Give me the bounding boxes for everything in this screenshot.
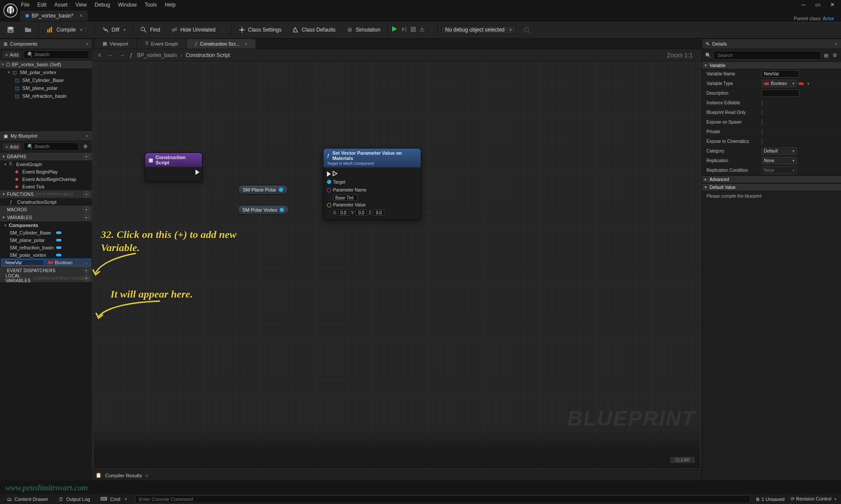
tab-eventgraph[interactable]: ⠿Event Graph <box>137 39 186 49</box>
minimize-icon[interactable]: ─ <box>802 1 806 8</box>
expose-spawn-checkbox[interactable] <box>762 119 763 125</box>
output-log-button[interactable]: 🗒Output Log <box>56 496 92 503</box>
private-checkbox[interactable] <box>762 129 763 135</box>
menu-asset[interactable]: Asset <box>54 2 67 8</box>
clear-button[interactable]: CLEAR <box>670 456 696 464</box>
param-x-input[interactable] <box>338 209 349 216</box>
instance-editable-checkbox[interactable] <box>762 100 763 106</box>
save-button[interactable] <box>4 25 18 35</box>
maximize-icon[interactable]: ▭ <box>815 1 820 8</box>
details-search-input[interactable] <box>713 51 821 60</box>
localvariables-add-icon[interactable]: + <box>83 275 89 281</box>
output-pin-icon[interactable] <box>279 188 283 192</box>
exec-output-pin[interactable] <box>333 171 338 177</box>
variable-type-select[interactable]: Boolean▾ <box>762 80 797 87</box>
type-container-chevron-icon[interactable]: ▾ <box>807 82 809 86</box>
variable-row[interactable]: SM_Cylinder_Base <box>0 229 92 236</box>
constructionscript-row[interactable]: ƒ ConstructionScript <box>0 198 92 206</box>
myblueprint-panel-tab[interactable]: ▣ My Blueprint × <box>0 131 92 141</box>
components-search-input[interactable]: 🔍 Search <box>24 50 89 59</box>
replication-select[interactable]: None▾ <box>762 157 797 164</box>
variable-type-chevron-icon[interactable]: ⌄ <box>85 260 88 265</box>
macros-add-icon[interactable]: + <box>83 206 89 213</box>
event-row[interactable]: ◆ Event Tick <box>0 183 92 190</box>
tree-row[interactable]: ◫ SM_refraction_basin <box>0 92 92 100</box>
tree-row[interactable]: ◫ SM_Cylinder_Base <box>0 76 92 84</box>
graphs-add-icon[interactable]: + <box>83 153 89 160</box>
node-sm-plane-polar[interactable]: SM Plane Polar <box>238 185 288 195</box>
variable-section-header[interactable]: ▾Variable <box>702 61 841 69</box>
node-set-vector-parameter[interactable]: ƒSet Vector Parameter Value on Materials… <box>323 148 421 220</box>
event-row[interactable]: ◆ Event BeginPlay <box>0 168 92 175</box>
play-icon[interactable] <box>391 26 397 34</box>
breadcrumb-parent[interactable]: BP_vortex_basin <box>137 52 177 58</box>
components-panel-tab[interactable]: ⊞ Components × <box>0 39 92 49</box>
myblueprint-settings-icon[interactable]: ⚙ <box>82 143 89 151</box>
variables-section-header[interactable]: ▾VARIABLES + <box>0 213 92 221</box>
skip-icon[interactable] <box>401 26 407 34</box>
class-settings-button[interactable]: Class Settings <box>235 25 285 35</box>
graphs-section-header[interactable]: ▾GRAPHS + <box>0 153 92 160</box>
debug-locate-button[interactable] <box>519 25 533 35</box>
details-close-icon[interactable]: × <box>835 41 837 46</box>
localvariables-section-header[interactable]: LOCAL VARIABLES (USERCONSTRUCTIONSCRI + <box>0 274 92 282</box>
node-construction-script[interactable]: ▦Construction Script <box>145 153 202 181</box>
variables-group-row[interactable]: ▾Components <box>0 221 92 229</box>
components-close-icon[interactable]: × <box>86 41 89 46</box>
tree-row[interactable]: ▾◫ SM_polar_vortex <box>0 68 92 76</box>
functions-section-header[interactable]: ▾FUNCTIONS (19 OVERRIDABLE) + <box>0 190 92 198</box>
cmd-button[interactable]: ⌨Cmd▾ <box>98 495 129 503</box>
browse-button[interactable] <box>21 25 35 35</box>
menu-file[interactable]: File <box>21 2 29 8</box>
diff-button[interactable]: Diff▾ <box>99 25 130 35</box>
param-name-input[interactable] <box>333 195 358 201</box>
console-input[interactable] <box>135 495 750 503</box>
compile-button[interactable]: Compile ▾ ⋮ <box>43 24 91 35</box>
file-tab[interactable]: BP_vortex_basin* × <box>20 11 88 21</box>
menu-tools[interactable]: Tools <box>145 2 157 8</box>
details-view-icon[interactable]: ▤ <box>823 52 830 59</box>
graph-back-icon[interactable]: ← <box>107 52 115 58</box>
compiler-results-tab[interactable]: 📋 Compiler Results × <box>92 470 702 480</box>
menu-edit[interactable]: Edit <box>37 2 46 8</box>
variables-add-icon[interactable]: + <box>83 214 89 220</box>
details-panel-tab[interactable]: ✎ Details × <box>702 39 841 49</box>
event-row[interactable]: ◆ Event ActorBeginOverlap <box>0 175 92 183</box>
tab-close-icon[interactable]: × <box>245 41 247 46</box>
cinematics-checkbox[interactable] <box>762 138 763 144</box>
hide-unrelated-button[interactable]: Hide Unrelated⋮ <box>167 25 227 35</box>
tree-row[interactable]: ◫ SM_plane_polar <box>0 84 92 92</box>
menu-debug[interactable]: Debug <box>95 2 110 8</box>
simulation-button[interactable]: Simulation <box>343 25 384 35</box>
tree-row[interactable]: ▾⬡ BP_vortex_basin (Self) <box>0 60 92 68</box>
tab-constructionscript[interactable]: ƒConstruction Scr...× <box>187 39 255 49</box>
output-pin-icon[interactable] <box>280 208 284 212</box>
description-input[interactable] <box>762 89 799 97</box>
new-variable-row[interactable]: Boolean ⌄ <box>1 259 91 266</box>
myblueprint-add-button[interactable]: +Add <box>3 143 21 150</box>
class-defaults-button[interactable]: Class Defaults <box>288 25 339 35</box>
param-name-input-pin[interactable] <box>327 188 331 192</box>
tab-viewport[interactable]: ▦Viewport <box>95 39 136 49</box>
file-tab-close-icon[interactable]: × <box>79 13 82 19</box>
macros-section-header[interactable]: MACROS + <box>0 206 92 213</box>
debug-object-selector[interactable]: No debug object selected▾ <box>441 25 516 34</box>
target-input-pin[interactable] <box>327 180 331 184</box>
variable-row[interactable]: SM_refraction_basin <box>0 244 92 251</box>
myblueprint-search-input[interactable]: 🔍 Search <box>24 142 79 151</box>
unsaved-indicator[interactable]: 🗎 1 Unsaved <box>756 497 785 502</box>
content-drawer-button[interactable]: 🗂Content Drawer <box>4 496 51 503</box>
compiler-results-close-icon[interactable]: × <box>145 473 148 478</box>
variable-name-input[interactable] <box>762 70 799 78</box>
menu-help[interactable]: Help <box>165 2 176 8</box>
play-options-dropdown[interactable]: ⋮ <box>430 28 434 32</box>
readonly-checkbox[interactable] <box>762 110 763 115</box>
eventgraph-row[interactable]: ▾⠿ EventGraph <box>0 160 92 168</box>
eventdispatchers-add-icon[interactable]: + <box>83 267 89 273</box>
graph-canvas[interactable]: ▦Construction Script SM Plane Polar SM P… <box>92 61 702 470</box>
node-sm-polar-vortex[interactable]: SM Polar Vortex <box>238 205 289 215</box>
close-window-icon[interactable]: ✕ <box>830 1 835 8</box>
graph-forward-icon[interactable]: → <box>118 52 126 58</box>
find-button[interactable]: Find <box>137 25 163 35</box>
myblueprint-close-icon[interactable]: × <box>86 133 89 138</box>
